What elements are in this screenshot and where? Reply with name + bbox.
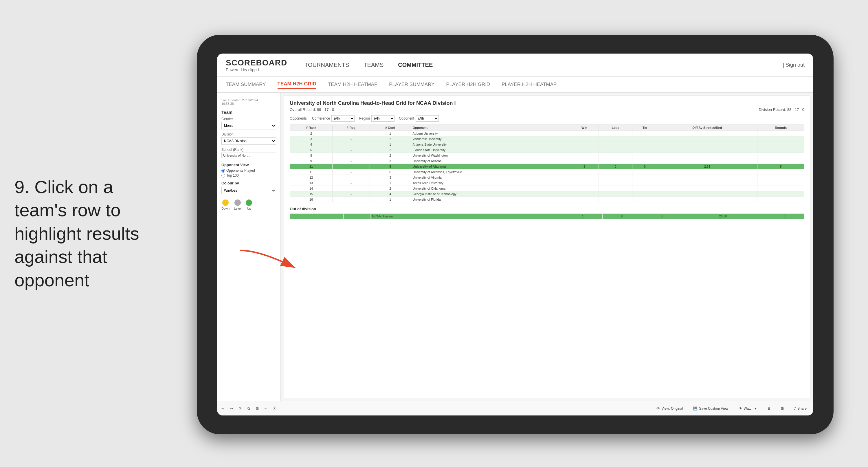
radio-top100[interactable]: Top 100 bbox=[221, 173, 276, 177]
out-division-row[interactable]: NCAA Division II 1 0 0 26.00 3 bbox=[290, 214, 804, 219]
grid-icon-btn[interactable]: ⊞ bbox=[779, 405, 786, 412]
nav-tournaments[interactable]: TOURNAMENTS bbox=[305, 60, 349, 70]
table-row[interactable]: 13-1Texas Tech University bbox=[290, 180, 804, 186]
table-row[interactable]: 6-2Florida State University bbox=[290, 147, 804, 153]
logo-area: SCOREBOARD Powered by clippd bbox=[226, 58, 287, 72]
out-of-division-table: NCAA Division II 1 0 0 26.00 3 bbox=[290, 213, 804, 219]
opponent-view-title: Opponent View bbox=[221, 163, 276, 167]
logo-text: SCOREBOARD bbox=[226, 58, 287, 67]
logo-sub: Powered by clippd bbox=[226, 67, 287, 72]
colour-label-up: Up bbox=[247, 207, 251, 210]
table-row[interactable]: 4-1Arizona State University bbox=[290, 142, 804, 147]
region-filter: Region (All) bbox=[359, 115, 395, 122]
out-win: 1 bbox=[563, 214, 602, 219]
table-row[interactable]: 3-2Vanderbilt University bbox=[290, 136, 804, 142]
filters-row: Opponents: Conference (All) Region (All) bbox=[290, 115, 804, 122]
table-row[interactable]: 11-5University of Alabama3002.618 bbox=[290, 164, 804, 169]
bottom-toolbar: ↩ ↪ ⟳ ⧉ ⊞ – 🕐 👁 View: Original 💾 Save Cu… bbox=[217, 401, 813, 415]
share-btn[interactable]: ⤴ Share bbox=[792, 405, 809, 412]
table-row[interactable]: 15-4Georgia Institute of Technology bbox=[290, 192, 804, 197]
sidebar: Last Updated: 27/03/2024 16:55:38 Team G… bbox=[217, 93, 281, 401]
table-header-row: # Rank # Reg # Conf Opponent Win Loss Ti… bbox=[290, 125, 804, 131]
clock-icon[interactable]: 🕐 bbox=[272, 407, 277, 411]
tablet-screen: SCOREBOARD Powered by clippd TOURNAMENTS… bbox=[217, 54, 813, 415]
overall-record: Overall Record: 89 - 17 - 0 bbox=[290, 108, 334, 112]
sub-nav: TEAM SUMMARY TEAM H2H GRID TEAM H2H HEAT… bbox=[217, 77, 813, 93]
nav-teams[interactable]: TEAMS bbox=[364, 60, 383, 70]
colour-by-select[interactable]: Win/loss bbox=[221, 187, 276, 194]
colour-level: Level bbox=[234, 200, 241, 210]
step-number: 9. bbox=[14, 177, 34, 197]
table-row[interactable]: 14-2University of Oklahoma bbox=[290, 186, 804, 192]
out-loss: 0 bbox=[602, 214, 642, 219]
sign-out[interactable]: | Sign out bbox=[783, 62, 805, 68]
opponent-filter-select[interactable]: (All) bbox=[415, 115, 439, 122]
colour-by-label: Colour by bbox=[221, 181, 276, 185]
col-rounds: Rounds bbox=[757, 125, 804, 131]
watch-icon: 👁 bbox=[739, 407, 742, 411]
gender-label: Gender bbox=[221, 117, 276, 121]
tablet-frame: SCOREBOARD Powered by clippd TOURNAMENTS… bbox=[197, 35, 834, 434]
conference-filter-select[interactable]: (All) bbox=[332, 115, 354, 122]
school-label: School (Rank) bbox=[221, 148, 276, 152]
share-icon: ⤴ bbox=[794, 407, 796, 411]
school-value[interactable]: University of Nort... bbox=[221, 153, 276, 158]
col-diff: Diff Av Strokes/Rnd bbox=[657, 125, 757, 131]
out-of-division-title: Out of division bbox=[290, 207, 804, 211]
colour-label-down: Down bbox=[221, 207, 229, 210]
colour-dot-up bbox=[246, 200, 252, 206]
h2h-table: # Rank # Reg # Conf Opponent Win Loss Ti… bbox=[290, 124, 804, 202]
screen-icon-btn[interactable]: 🖥 bbox=[765, 405, 773, 412]
opponent-filter: Opponent (All) bbox=[399, 115, 439, 122]
view-icon: 👁 bbox=[656, 407, 660, 411]
conference-filter: Conference (All) bbox=[312, 115, 354, 122]
col-win: Win bbox=[570, 125, 598, 131]
panel-title: University of North Carolina Head-to-Hea… bbox=[290, 100, 804, 106]
out-rank bbox=[290, 214, 317, 219]
col-tie: Tie bbox=[632, 125, 657, 131]
out-tie: 0 bbox=[642, 214, 681, 219]
data-panel: University of North Carolina Head-to-Hea… bbox=[284, 95, 810, 398]
out-team-name: NCAA Division II bbox=[370, 214, 563, 219]
sidebar-team-title: Team bbox=[221, 110, 276, 115]
colour-up: Up bbox=[246, 200, 252, 210]
history-icon[interactable]: ⟳ bbox=[239, 407, 242, 411]
watch-dropdown-icon: ▾ bbox=[755, 407, 756, 411]
division-record: Division Record: 88 - 17 - 0 bbox=[758, 108, 804, 112]
copy-icon[interactable]: ⧉ bbox=[247, 407, 250, 411]
redo-icon[interactable]: ↪ bbox=[230, 407, 233, 411]
division-select[interactable]: NCAA Division I bbox=[221, 137, 276, 145]
paste-icon[interactable]: ⊞ bbox=[256, 407, 259, 411]
table-row[interactable]: 8-2University of Washington bbox=[290, 153, 804, 158]
table-row[interactable]: 2-1Auburn University bbox=[290, 131, 804, 136]
save-custom-view-btn[interactable]: 💾 Save Custom View bbox=[691, 405, 731, 412]
instruction-text: 9. Click on a team's row to highlight re… bbox=[14, 175, 165, 292]
out-rounds: 3 bbox=[765, 214, 804, 219]
opponents-filter-label: Opponents: bbox=[290, 116, 308, 120]
region-filter-select[interactable]: (All) bbox=[371, 115, 395, 122]
subnav-player-h2h-grid[interactable]: PLAYER H2H GRID bbox=[446, 80, 490, 89]
colour-dot-down bbox=[222, 200, 229, 206]
subnav-player-h2h-heatmap[interactable]: PLAYER H2H HEATMAP bbox=[502, 80, 557, 89]
subnav-team-h2h-heatmap[interactable]: TEAM H2H HEATMAP bbox=[328, 80, 378, 89]
radio-opponents-played[interactable]: Opponents Played bbox=[221, 169, 276, 173]
subnav-team-summary[interactable]: TEAM SUMMARY bbox=[226, 80, 266, 89]
watch-btn[interactable]: 👁 Watch ▾ bbox=[736, 405, 759, 412]
subnav-player-summary[interactable]: PLAYER SUMMARY bbox=[389, 80, 434, 89]
gender-select[interactable]: Men's bbox=[221, 122, 276, 129]
view-original-btn[interactable]: 👁 View: Original bbox=[654, 405, 685, 412]
table-row[interactable]: 11-6University of Arkansas, Fayetteville bbox=[290, 169, 804, 175]
table-row[interactable]: 9-3University of Arizona bbox=[290, 158, 804, 164]
undo-icon[interactable]: ↩ bbox=[221, 407, 224, 411]
colour-legend: Down Level Up bbox=[221, 200, 276, 210]
table-row[interactable]: 16-1University of Florida bbox=[290, 197, 804, 202]
colour-label-level: Level bbox=[234, 207, 241, 210]
table-row[interactable]: 12-3University of Virginia bbox=[290, 175, 804, 180]
col-reg: # Reg bbox=[333, 125, 370, 131]
colour-dot-level bbox=[235, 200, 241, 206]
nav-committee[interactable]: COMMITTEE bbox=[398, 60, 433, 70]
colour-down: Down bbox=[221, 200, 229, 210]
col-conf: # Conf bbox=[370, 125, 411, 131]
out-reg bbox=[317, 214, 344, 219]
subnav-team-h2h-grid[interactable]: TEAM H2H GRID bbox=[278, 80, 316, 89]
